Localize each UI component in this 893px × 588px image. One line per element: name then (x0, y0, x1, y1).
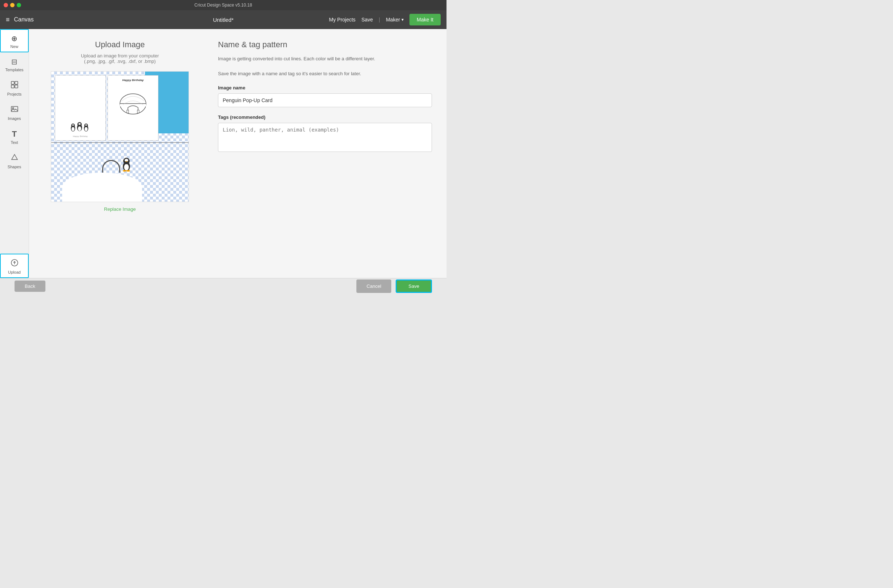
name-tag-desc1: Image is getting converted into cut line… (218, 55, 432, 63)
svg-point-25 (124, 164, 129, 170)
svg-rect-3 (15, 85, 18, 88)
tags-textarea[interactable] (218, 123, 432, 152)
svg-point-31 (123, 170, 126, 171)
header: ≡ Canvas Untitled* My Projects Save | Ma… (0, 10, 446, 29)
arch-middle (102, 160, 120, 173)
sidebar: ⊕ New ⊟ Templates Projects (0, 29, 29, 278)
header-save-button[interactable]: Save (361, 17, 373, 23)
penguin-main-svg (120, 154, 133, 172)
svg-rect-22 (127, 110, 129, 113)
tags-label: Tags (recommended) (218, 114, 432, 120)
canvas-label: Canvas (14, 17, 34, 23)
traffic-lights (4, 3, 21, 7)
main-layout: ⊕ New ⊟ Templates Projects (0, 29, 446, 278)
header-right: My Projects Save | Maker Make It (329, 14, 441, 26)
sidebar-templates-label: Templates (5, 68, 23, 72)
sidebar-item-templates[interactable]: ⊟ Templates (0, 52, 29, 75)
svg-point-10 (72, 124, 74, 126)
sidebar-projects-label: Projects (7, 92, 22, 96)
sidebar-images-label: Images (8, 116, 21, 121)
sidebar-item-upload[interactable]: Upload (0, 254, 29, 278)
back-button[interactable]: Back (15, 281, 45, 292)
images-icon (11, 105, 18, 115)
name-tag-section: Name & tag pattern Image is getting conv… (218, 40, 432, 267)
new-icon: ⊕ (11, 34, 17, 43)
svg-rect-23 (137, 110, 139, 113)
make-it-button[interactable]: Make It (409, 14, 441, 26)
sidebar-shapes-label: Shapes (8, 165, 21, 169)
sidebar-item-text[interactable]: T Text (0, 124, 29, 148)
happy-birthday-text: Happy Birthday (122, 78, 143, 82)
upload-title: Upload Image (95, 40, 145, 50)
title-bar: Cricut Design Space v5.10.18 (0, 0, 446, 10)
close-button[interactable] (4, 3, 8, 7)
app-title: Cricut Design Space v5.10.18 (194, 3, 252, 8)
shapes-icon (11, 153, 18, 163)
name-tag-desc2: Save the image with a name and tag so it… (218, 70, 432, 78)
sidebar-upload-label: Upload (8, 270, 21, 274)
bottom-scene (51, 129, 189, 202)
header-divider: | (379, 17, 380, 23)
svg-rect-0 (11, 81, 14, 84)
save-button[interactable]: Save (395, 280, 432, 293)
upload-subtitle: Upload an image from your computer (.png… (81, 53, 159, 64)
image-name-input[interactable] (218, 93, 432, 107)
svg-point-32 (126, 170, 130, 171)
name-tag-title: Name & tag pattern (218, 40, 432, 50)
bottom-bar: Back Cancel Save (0, 278, 446, 294)
igloo-svg (115, 84, 151, 115)
maker-dropdown[interactable]: Maker (386, 17, 404, 23)
svg-point-14 (78, 123, 81, 125)
image-preview: Happy Birthday Happy Birthday (51, 71, 189, 202)
sidebar-new-label: New (10, 44, 18, 49)
project-title: Untitled* (213, 17, 234, 23)
image-name-label: Image name (218, 85, 432, 90)
svg-rect-4 (11, 107, 18, 111)
upload-section: Upload Image Upload an image from your c… (44, 40, 196, 267)
sidebar-item-new[interactable]: ⊕ New (0, 29, 29, 52)
projects-icon (11, 81, 18, 90)
minimize-button[interactable] (10, 3, 15, 7)
sidebar-text-label: Text (11, 140, 18, 144)
sidebar-item-projects[interactable]: Projects (0, 75, 29, 100)
text-icon: T (12, 129, 17, 139)
bottom-right-buttons: Cancel Save (356, 280, 432, 293)
hamburger-menu[interactable]: ≡ (6, 16, 10, 24)
sidebar-item-shapes[interactable]: Shapes (0, 148, 29, 173)
sidebar-item-images[interactable]: Images (0, 100, 29, 124)
templates-icon: ⊟ (11, 57, 17, 66)
svg-rect-2 (11, 85, 14, 88)
svg-point-18 (86, 124, 87, 126)
cancel-button[interactable]: Cancel (356, 280, 391, 293)
maximize-button[interactable] (17, 3, 21, 7)
my-projects-link[interactable]: My Projects (329, 17, 356, 23)
content-area: Upload Image Upload an image from your c… (29, 29, 446, 278)
svg-rect-1 (15, 81, 18, 84)
replace-image-link[interactable]: Replace Image (104, 206, 135, 212)
snow-hill (62, 173, 142, 202)
upload-icon (11, 259, 18, 269)
